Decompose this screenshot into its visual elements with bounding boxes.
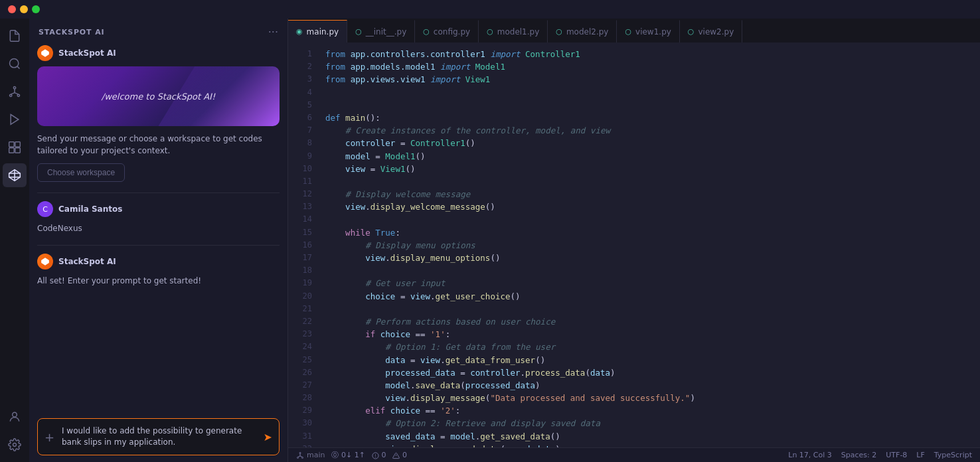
chat-message-2: C Camila Santos CodeNexus bbox=[37, 201, 280, 234]
code-line-27: model.save_data(processed_data) bbox=[325, 379, 980, 392]
code-line-9: model = Model1() bbox=[325, 150, 980, 163]
python-file-icon-6: ○ bbox=[625, 27, 631, 36]
ln-6: 6 bbox=[288, 112, 321, 124]
ln-24: 24 bbox=[288, 341, 321, 353]
language-mode[interactable]: TypeScript bbox=[934, 451, 972, 459]
encoding[interactable]: UTF-8 bbox=[886, 451, 907, 459]
run-icon[interactable] bbox=[3, 108, 27, 131]
warning-count[interactable]: 0 bbox=[392, 451, 407, 459]
ln-20: 20 bbox=[288, 290, 321, 303]
welcome-banner-text: /welcome to StackSpot AI! bbox=[102, 92, 215, 102]
files-icon[interactable] bbox=[3, 24, 27, 48]
code-line-23: if choice == '1': bbox=[325, 328, 980, 341]
ln-16: 16 bbox=[288, 239, 321, 252]
ln-15: 15 bbox=[288, 226, 321, 239]
code-line-25: data = view.get_data_from_user() bbox=[325, 354, 980, 366]
git-branch[interactable]: main bbox=[296, 451, 325, 459]
sidebar-menu-button[interactable]: ··· bbox=[268, 26, 278, 38]
send-button[interactable]: ➤ bbox=[264, 431, 272, 443]
ln-19: 19 bbox=[288, 277, 321, 289]
svg-line-6 bbox=[11, 93, 15, 95]
tab-main-py[interactable]: ◉ main.py bbox=[288, 20, 347, 42]
svg-line-1 bbox=[17, 66, 20, 69]
stackspot-icon[interactable] bbox=[3, 163, 27, 187]
tab-init-py[interactable]: ○ __init__.py bbox=[347, 20, 415, 42]
svg-rect-10 bbox=[15, 142, 21, 147]
close-button[interactable] bbox=[8, 5, 16, 13]
main-layout: STACKSPOT AI ··· StackSpot AI /welcom bbox=[0, 19, 980, 462]
tab-label-init-py: __init__.py bbox=[366, 27, 407, 37]
svg-marker-19 bbox=[41, 49, 49, 57]
code-line-12: # Display welcome message bbox=[325, 188, 980, 200]
choose-workspace-button[interactable]: Choose workspace bbox=[37, 163, 125, 182]
activity-bar-bottom bbox=[3, 405, 27, 457]
line-ending[interactable]: LF bbox=[916, 451, 924, 459]
ln-18: 18 bbox=[288, 264, 321, 277]
code-line-31: saved_data = model.get_saved_data() bbox=[325, 430, 980, 443]
chat-input-box[interactable]: + I would like to add the possibility to… bbox=[37, 418, 280, 455]
ln-5: 5 bbox=[288, 99, 321, 112]
sender-name-3: StackSpot AI bbox=[58, 257, 116, 266]
tab-label-model1-py: model1.py bbox=[497, 27, 540, 37]
ln-1: 1 bbox=[288, 48, 321, 60]
tab-label-model2-py: model2.py bbox=[566, 27, 609, 37]
line-numbers: 1 2 3 4 5 6 7 8 9 10 11 12 13 14 15 16 1… bbox=[288, 42, 321, 447]
traffic-lights bbox=[8, 5, 40, 13]
status-bar-right: Ln 17, Col 3 Spaces: 2 UTF-8 LF TypeScri… bbox=[788, 451, 972, 459]
message-text-3: All set! Enter your prompt to get starte… bbox=[37, 275, 280, 287]
ln-28: 28 bbox=[288, 392, 321, 404]
svg-rect-12 bbox=[15, 148, 21, 153]
tab-view2-py[interactable]: ○ view2.py bbox=[680, 20, 742, 42]
chat-message-1: StackSpot AI /welcome to StackSpot AI! S… bbox=[37, 45, 280, 182]
code-content[interactable]: from app.controllers.controller1 import … bbox=[321, 42, 980, 447]
code-line-32: view.display_saved_data(saved_data) bbox=[325, 443, 980, 447]
sidebar-header: STACKSPOT AI ··· bbox=[29, 19, 287, 45]
branch-name: main bbox=[307, 451, 325, 459]
code-line-18 bbox=[325, 264, 980, 277]
svg-point-2 bbox=[13, 87, 15, 89]
code-line-14 bbox=[325, 213, 980, 226]
error-count[interactable]: 0 bbox=[372, 451, 386, 459]
ln-27: 27 bbox=[288, 379, 321, 392]
source-control-icon[interactable] bbox=[3, 80, 27, 104]
ln-17: 17 bbox=[288, 252, 321, 264]
tab-label-view1-py: view1.py bbox=[635, 27, 671, 37]
account-icon[interactable] bbox=[3, 405, 27, 429]
user-avatar-camila: C bbox=[37, 201, 53, 217]
ln-13: 13 bbox=[288, 200, 321, 213]
titlebar bbox=[0, 0, 980, 19]
spaces-info[interactable]: Spaces: 2 bbox=[841, 451, 876, 459]
sidebar: STACKSPOT AI ··· StackSpot AI /welcom bbox=[29, 19, 288, 462]
chat-divider-1 bbox=[37, 193, 280, 193]
editor-area: ◉ main.py ○ __init__.py ○ config.py ○ mo… bbox=[288, 19, 980, 462]
ln-31: 31 bbox=[288, 430, 321, 443]
add-attachment-icon[interactable]: + bbox=[44, 430, 54, 444]
svg-point-21 bbox=[299, 452, 301, 453]
chat-message-3: StackSpot AI All set! Enter your prompt … bbox=[37, 254, 280, 287]
svg-rect-11 bbox=[9, 148, 15, 153]
minimize-button[interactable] bbox=[20, 5, 28, 13]
extensions-icon[interactable] bbox=[3, 135, 27, 159]
svg-point-17 bbox=[13, 412, 17, 417]
maximize-button[interactable] bbox=[32, 5, 40, 13]
tab-model1-py[interactable]: ○ model1.py bbox=[479, 20, 548, 42]
code-line-19: # Get user input bbox=[325, 277, 980, 289]
ln-22: 22 bbox=[288, 315, 321, 328]
ln-12: 12 bbox=[288, 188, 321, 200]
search-icon[interactable] bbox=[3, 52, 27, 76]
tab-model2-py[interactable]: ○ model2.py bbox=[548, 20, 617, 42]
code-line-5 bbox=[325, 99, 980, 112]
svg-point-23 bbox=[302, 457, 303, 458]
python-file-icon-5: ○ bbox=[556, 27, 562, 36]
cursor-position[interactable]: Ln 17, Col 3 bbox=[788, 451, 832, 459]
tab-config-py[interactable]: ○ config.py bbox=[415, 20, 479, 42]
code-line-20: choice = view.get_user_choice() bbox=[325, 290, 980, 303]
ln-30: 30 bbox=[288, 417, 321, 429]
tab-view1-py[interactable]: ○ view1.py bbox=[617, 20, 679, 42]
python-file-icon-2: ○ bbox=[355, 27, 362, 36]
code-editor[interactable]: 1 2 3 4 5 6 7 8 9 10 11 12 13 14 15 16 1… bbox=[288, 42, 980, 447]
settings-icon[interactable] bbox=[3, 433, 27, 457]
code-line-11 bbox=[325, 175, 980, 188]
activity-bar bbox=[0, 19, 29, 462]
sync-info[interactable]: ⓪ 0↓ 1↑ bbox=[331, 450, 365, 460]
